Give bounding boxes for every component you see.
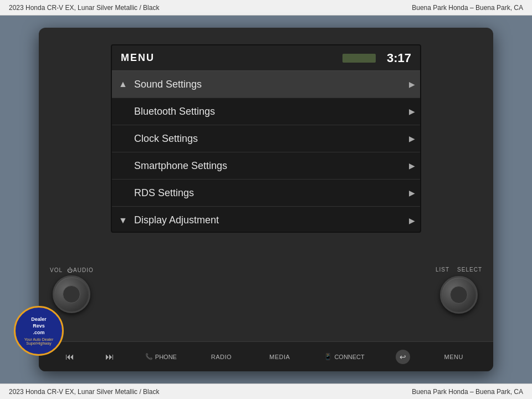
menu-item-arrow-icon: ▶ [403, 188, 420, 197]
menu-item-sound-settings[interactable]: ▲ Sound Settings ▶ [112, 71, 420, 98]
menu-item-arrow-icon: ▶ [403, 161, 420, 170]
menu-item-bluetooth-settings[interactable]: Bluetooth Settings ▶ [112, 98, 420, 125]
vol-knob[interactable] [53, 275, 90, 313]
list-label: LIST [436, 267, 449, 273]
menu-item-rds-settings[interactable]: RDS Settings ▶ [112, 180, 420, 207]
bottom-right-text: Buena Park Honda – Buena Park, CA [412, 388, 523, 396]
phone-button[interactable]: 📞 PHONE [145, 353, 177, 360]
phone-label: PHONE [155, 354, 177, 360]
top-right-text: Buena Park Honda – Buena Park, CA [412, 4, 523, 12]
bottom-left-text: 2023 Honda CR-V EX, Lunar Silver Metalli… [9, 388, 159, 396]
list-select-labels: LIST SELECT [436, 267, 482, 273]
audio-label: ⏻AUDIO [67, 267, 94, 273]
top-info-bar: 2023 Honda CR-V EX, Lunar Silver Metalli… [0, 0, 532, 16]
connect-label: CONNECT [334, 354, 364, 360]
connect-icon: 📱 [324, 353, 332, 360]
menu-item-label: Bluetooth Settings [134, 106, 403, 117]
radio-button[interactable]: RADIO [208, 351, 235, 362]
menu-item-smartphone-settings[interactable]: Smartphone Settings ▶ [112, 152, 420, 180]
controls-row: VOL ⏻AUDIO LIST SELECT [39, 238, 493, 341]
menu-item-prefix-up-icon: ▲ [112, 79, 134, 89]
menu-item-arrow-icon: ▶ [403, 134, 420, 143]
menu-list: ▲ Sound Settings ▶ Bluetooth Settings ▶ … [112, 71, 420, 233]
menu-item-arrow-icon: ▶ [403, 107, 420, 116]
menu-item-prefix-down-icon: ▼ [112, 216, 134, 226]
infotainment-screen: MENU 3:17 ▲ Sound Settings ▶ Bluetooth S… [111, 44, 421, 233]
select-knob[interactable] [440, 276, 478, 314]
menu-item-arrow-icon: ▶ [403, 216, 420, 225]
menu-item-label: RDS Settings [134, 187, 403, 199]
menu-item-clock-settings[interactable]: Clock Settings ▶ [112, 125, 420, 152]
menu-item-label: Sound Settings [134, 79, 403, 90]
screen-title: MENU [121, 52, 155, 64]
menu-item-label: Display Adjustment [134, 214, 403, 226]
watermark-tagline: Your Auto Dealer SuperHighway [16, 337, 62, 345]
phone-icon: 📞 [145, 353, 153, 360]
screen-header: MENU 3:17 [112, 45, 420, 71]
screen-time: 3:17 [387, 51, 411, 65]
unit-container: MENU 3:17 ▲ Sound Settings ▶ Bluetooth S… [0, 16, 532, 383]
media-button[interactable]: MEDIA [266, 351, 293, 362]
menu-item-display-adjustment[interactable]: ▼ Display Adjustment ▶ [112, 207, 420, 233]
next-button[interactable]: ⏭ [105, 352, 114, 362]
select-label: SELECT [457, 267, 482, 273]
dealerrevs-watermark: DealerRevs.com Your Auto Dealer SuperHig… [14, 306, 64, 356]
top-left-text: 2023 Honda CR-V EX, Lunar Silver Metalli… [9, 4, 159, 12]
head-unit: MENU 3:17 ▲ Sound Settings ▶ Bluetooth S… [39, 28, 493, 371]
menu-item-arrow-icon: ▶ [403, 80, 420, 89]
watermark-brand: DealerRevs.com [31, 316, 47, 336]
menu-item-label: Clock Settings [134, 133, 403, 145]
vol-knob-group: VOL ⏻AUDIO [50, 267, 94, 313]
menu-item-label: Smartphone Settings [134, 160, 403, 172]
screen-indicator [342, 54, 376, 63]
bottom-info-bar: 2023 Honda CR-V EX, Lunar Silver Metalli… [0, 383, 532, 399]
prev-button[interactable]: ⏮ [65, 352, 74, 362]
bottom-buttons-row: ⏮ ⏭ 📞 PHONE RADIO MEDIA 📱 CONNECT ↩ MENU [39, 341, 493, 371]
back-button[interactable]: ↩ [396, 350, 410, 364]
menu-button[interactable]: MENU [441, 351, 467, 362]
vol-label: VOL [50, 267, 63, 273]
list-select-group: LIST SELECT [436, 267, 482, 314]
connect-button[interactable]: 📱 CONNECT [324, 353, 364, 360]
